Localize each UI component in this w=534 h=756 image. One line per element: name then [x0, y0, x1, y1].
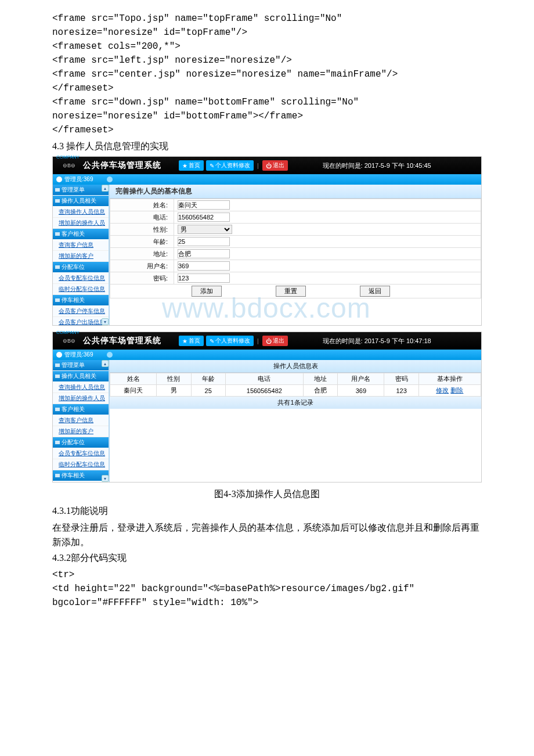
list-title: 操作人员信息表 [110, 360, 481, 373]
home-button[interactable]: ★首页 [179, 160, 204, 171]
company-tag: COMPANY [56, 154, 80, 160]
menu-cat-assign[interactable]: 分配车位 [53, 262, 109, 273]
screenshot-add-form: COMPANY ⊖B⊖ 公共停车场管理系统 ★首页 ✎个人资料修改 | ⏻退出 … [52, 156, 482, 326]
menu-item[interactable]: 临时分配车位信息 [53, 284, 109, 295]
menu-item[interactable]: 增加新的操作人员 [53, 218, 109, 229]
top-bar: ⊖B⊖ 公共停车场管理系统 ★首页 ✎个人资料修改 | ⏻退出 现在的时间是: … [53, 157, 481, 174]
menu-cat-customer[interactable]: 客户相关 [53, 404, 109, 415]
menu-cat-operator[interactable]: 操作人员相关 [53, 371, 109, 382]
input-pwd[interactable] [178, 273, 230, 283]
cell-addr: 合肥 [303, 385, 337, 397]
col-user: 用户名 [338, 373, 384, 385]
scroll-down-icon[interactable]: ▾ [102, 475, 109, 482]
input-addr[interactable] [178, 249, 230, 258]
cell-sex: 男 [157, 385, 191, 397]
user-icon-2 [107, 177, 113, 182]
menu-item[interactable]: 增加新的客户 [53, 426, 109, 437]
user-icon-2 [107, 352, 113, 358]
table-header-row: 姓名 性别 年龄 电话 地址 用户名 密码 基本操作 [110, 373, 481, 385]
menu-cat-operator[interactable]: 操作人员相关 [53, 196, 109, 207]
input-user[interactable] [178, 261, 230, 271]
menu-cat-customer[interactable]: 客户相关 [53, 229, 109, 240]
heading-4-3-2: 4.3.2部分代码实现 [52, 552, 482, 564]
heading-4-3: 4.3 操作人员信息管理的实现 [52, 141, 482, 153]
main-content: 操作人员信息表 姓名 性别 年龄 电话 地址 用户名 密码 基本操作 秦问天 男… [110, 360, 481, 482]
heading-4-3-1: 4.3.1功能说明 [52, 505, 482, 517]
col-addr: 地址 [303, 373, 337, 385]
main-content: 完善操作人员的基本信息 姓名: 电话: 性别:男 年龄: 地址: 用户名: 密码… [110, 185, 481, 325]
label-name: 姓名: [110, 199, 174, 211]
menu-item[interactable]: 增加新的客户 [53, 251, 109, 262]
menu-item[interactable]: 查询客户信息 [53, 415, 109, 426]
label-addr: 地址: [110, 248, 174, 260]
admin-bar: 管理员:369 [53, 174, 481, 185]
profile-button[interactable]: ✎个人资料修改 [206, 160, 254, 171]
add-button[interactable]: 添加 [192, 286, 222, 297]
menu-item[interactable]: 查询操作人员信息 [53, 382, 109, 393]
select-sex[interactable]: 男 [178, 225, 232, 234]
user-icon [56, 177, 62, 182]
data-grid: 姓名 性别 年龄 电话 地址 用户名 密码 基本操作 秦问天 男 25 1560… [110, 373, 481, 397]
scroll-up-icon[interactable]: ▴ [102, 185, 109, 192]
menu-root: 管理菜单 [53, 360, 109, 371]
logo-icon: ⊖B⊖ [57, 336, 81, 346]
menu-item[interactable]: 临时分配车位信息 [53, 459, 109, 470]
label-age: 年龄: [110, 236, 174, 248]
label-tel: 电话: [110, 211, 174, 224]
sidebar: ▴ 管理菜单 操作人员相关 查询操作人员信息 增加新的操作人员 客户相关 查询客… [53, 185, 110, 325]
logout-button[interactable]: ⏻退出 [262, 336, 288, 346]
scroll-up-icon[interactable]: ▴ [102, 360, 109, 367]
menu-item[interactable]: 查询客户信息 [53, 240, 109, 251]
label-user: 用户名: [110, 260, 174, 272]
menu-root: 管理菜单 [53, 185, 109, 196]
cell-name: 秦问天 [110, 385, 157, 397]
delete-link[interactable]: 删除 [450, 387, 463, 394]
label-pwd: 密码: [110, 272, 174, 285]
logo-icon: ⊖B⊖ [57, 160, 81, 171]
admin-label: 管理员:369 [64, 351, 93, 359]
screenshot-list: COMPANY ⊖B⊖ 公共停车场管理系统 ★首页 ✎个人资料修改 | ⏻退出 … [52, 332, 482, 483]
figure-caption: 图4-3添加操作人员信息图 [52, 488, 482, 501]
company-tag: COMPANY [56, 330, 80, 335]
admin-label: 管理员:369 [64, 175, 93, 183]
menu-item[interactable]: 增加新的操作人员 [53, 393, 109, 404]
cell-user: 369 [338, 385, 384, 397]
code-block-bottom: <tr> <td height="22" background="<%=base… [52, 568, 482, 610]
menu-item[interactable]: 会员客户出场信息 [53, 317, 109, 325]
input-name[interactable] [178, 200, 230, 210]
back-button[interactable]: 返回 [360, 286, 390, 297]
cell-pwd: 123 [384, 385, 418, 397]
separator: | [256, 336, 260, 346]
menu-item[interactable]: 查询操作人员信息 [53, 207, 109, 218]
input-tel[interactable] [178, 213, 230, 222]
menu-cat-park[interactable]: 停车相关 [53, 295, 109, 306]
label-sex: 性别: [110, 224, 174, 236]
col-name: 姓名 [110, 373, 157, 385]
menu-item[interactable]: 会员专配车位信息 [53, 273, 109, 284]
admin-bar: 管理员:369 [53, 350, 481, 360]
menu-item[interactable]: 会员专配车位信息 [53, 448, 109, 459]
panel-title: 完善操作人员的基本信息 [110, 185, 481, 199]
reset-button[interactable]: 重置 [276, 286, 306, 297]
menu-item[interactable]: 会员客户停车信息 [53, 306, 109, 317]
edit-link[interactable]: 修改 [436, 387, 449, 394]
logout-button[interactable]: ⏻退出 [262, 160, 288, 171]
app-title: 公共停车场管理系统 [83, 336, 161, 346]
menu-item[interactable]: 会员客户停车信息 [53, 481, 109, 482]
app-title: 公共停车场管理系统 [83, 160, 161, 171]
col-op: 基本操作 [418, 373, 481, 385]
col-sex: 性别 [157, 373, 191, 385]
user-icon [56, 352, 62, 358]
col-pwd: 密码 [384, 373, 418, 385]
profile-button[interactable]: ✎个人资料修改 [206, 336, 254, 346]
menu-cat-assign[interactable]: 分配车位 [53, 437, 109, 448]
scroll-down-icon[interactable]: ▾ [102, 318, 109, 325]
menu-cat-park[interactable]: 停车相关 [53, 470, 109, 481]
current-time: 现在的时间是: 2017-5-9 下午 10:47:18 [323, 337, 431, 345]
input-age[interactable] [178, 237, 230, 246]
home-button[interactable]: ★首页 [179, 336, 204, 346]
separator: | [256, 160, 260, 171]
top-bar: ⊖B⊖ 公共停车场管理系统 ★首页 ✎个人资料修改 | ⏻退出 现在的时间是: … [53, 332, 481, 350]
cell-tel: 1560565482 [225, 385, 303, 397]
paragraph-4-3-1: 在登录注册后，登录进入系统后，完善操作人员的基本信息，系统添加后可以修改信息并且… [52, 521, 482, 550]
